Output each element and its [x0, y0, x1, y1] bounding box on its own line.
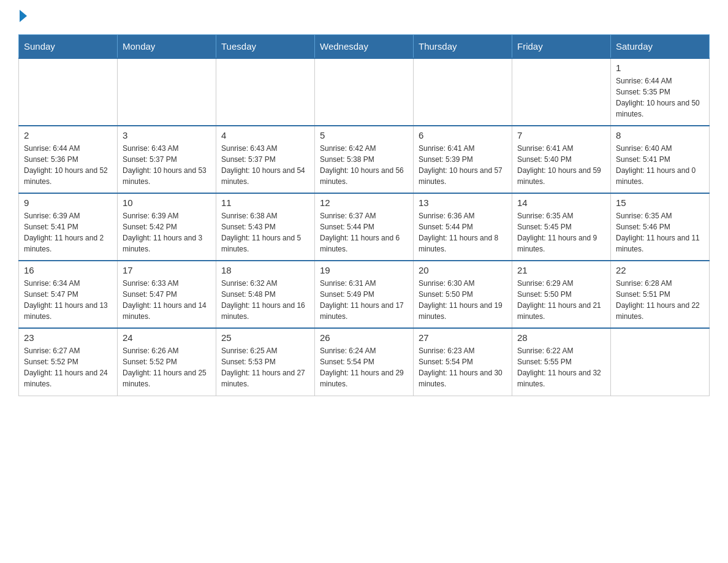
day-number: 15: [616, 197, 704, 208]
day-info: Sunrise: 6:41 AM Sunset: 5:39 PM Dayligh…: [419, 143, 507, 187]
calendar-cell: 12Sunrise: 6:37 AM Sunset: 5:44 PM Dayli…: [315, 193, 414, 261]
calendar-cell: 18Sunrise: 6:32 AM Sunset: 5:48 PM Dayli…: [216, 261, 315, 328]
day-info: Sunrise: 6:34 AM Sunset: 5:47 PM Dayligh…: [24, 278, 112, 322]
day-number: 19: [320, 265, 408, 275]
day-info: Sunrise: 6:35 AM Sunset: 5:46 PM Dayligh…: [616, 210, 704, 255]
day-number: 2: [24, 130, 112, 140]
calendar-cell: 19Sunrise: 6:31 AM Sunset: 5:49 PM Dayli…: [315, 261, 414, 328]
day-number: 21: [517, 265, 605, 275]
calendar-cell: [19, 58, 118, 126]
day-info: Sunrise: 6:38 AM Sunset: 5:43 PM Dayligh…: [221, 210, 309, 255]
day-number: 24: [123, 332, 211, 343]
day-info: Sunrise: 6:25 AM Sunset: 5:53 PM Dayligh…: [221, 345, 309, 389]
day-number: 16: [24, 265, 112, 275]
day-number: 6: [419, 130, 507, 140]
day-number: 10: [123, 197, 211, 208]
day-info: Sunrise: 6:44 AM Sunset: 5:35 PM Dayligh…: [616, 75, 704, 120]
calendar-week-row: 2Sunrise: 6:44 AM Sunset: 5:36 PM Daylig…: [19, 126, 710, 193]
day-info: Sunrise: 6:43 AM Sunset: 5:37 PM Dayligh…: [123, 143, 211, 187]
day-info: Sunrise: 6:36 AM Sunset: 5:44 PM Dayligh…: [419, 210, 507, 255]
calendar-cell: 24Sunrise: 6:26 AM Sunset: 5:52 PM Dayli…: [118, 328, 216, 396]
calendar-cell: 27Sunrise: 6:23 AM Sunset: 5:54 PM Dayli…: [414, 328, 512, 396]
day-number: 28: [517, 332, 605, 343]
calendar-cell: 4Sunrise: 6:43 AM Sunset: 5:37 PM Daylig…: [216, 126, 315, 193]
page-header: [18, 12, 710, 22]
calendar-cell: 5Sunrise: 6:42 AM Sunset: 5:38 PM Daylig…: [315, 126, 414, 193]
calendar-cell: 1Sunrise: 6:44 AM Sunset: 5:35 PM Daylig…: [611, 58, 710, 126]
calendar-cell: 23Sunrise: 6:27 AM Sunset: 5:52 PM Dayli…: [19, 328, 118, 396]
day-info: Sunrise: 6:23 AM Sunset: 5:54 PM Dayligh…: [419, 345, 507, 389]
day-of-week-header: Wednesday: [315, 35, 414, 59]
calendar-cell: 20Sunrise: 6:30 AM Sunset: 5:50 PM Dayli…: [414, 261, 512, 328]
day-number: 22: [616, 265, 704, 275]
calendar-cell: [512, 58, 611, 126]
calendar-cell: 6Sunrise: 6:41 AM Sunset: 5:39 PM Daylig…: [414, 126, 512, 193]
day-number: 3: [123, 130, 211, 140]
day-info: Sunrise: 6:31 AM Sunset: 5:49 PM Dayligh…: [320, 278, 408, 322]
day-info: Sunrise: 6:41 AM Sunset: 5:40 PM Dayligh…: [517, 143, 605, 187]
day-info: Sunrise: 6:33 AM Sunset: 5:47 PM Dayligh…: [123, 278, 211, 322]
calendar-cell: 13Sunrise: 6:36 AM Sunset: 5:44 PM Dayli…: [414, 193, 512, 261]
calendar-cell: 9Sunrise: 6:39 AM Sunset: 5:41 PM Daylig…: [19, 193, 118, 261]
calendar-cell: 21Sunrise: 6:29 AM Sunset: 5:50 PM Dayli…: [512, 261, 611, 328]
calendar-week-row: 23Sunrise: 6:27 AM Sunset: 5:52 PM Dayli…: [19, 328, 710, 396]
calendar-cell: 8Sunrise: 6:40 AM Sunset: 5:41 PM Daylig…: [611, 126, 710, 193]
logo: [18, 12, 27, 22]
day-info: Sunrise: 6:28 AM Sunset: 5:51 PM Dayligh…: [616, 278, 704, 322]
calendar-cell: 14Sunrise: 6:35 AM Sunset: 5:45 PM Dayli…: [512, 193, 611, 261]
day-number: 14: [517, 197, 605, 208]
day-number: 4: [221, 130, 309, 140]
day-number: 27: [419, 332, 507, 343]
day-info: Sunrise: 6:37 AM Sunset: 5:44 PM Dayligh…: [320, 210, 408, 255]
calendar-cell: [216, 58, 315, 126]
day-of-week-header: Sunday: [19, 35, 118, 59]
day-number: 18: [221, 265, 309, 275]
day-number: 1: [616, 63, 704, 73]
calendar-cell: 28Sunrise: 6:22 AM Sunset: 5:55 PM Dayli…: [512, 328, 611, 396]
day-of-week-header: Tuesday: [216, 35, 315, 59]
day-of-week-header: Thursday: [414, 35, 512, 59]
day-info: Sunrise: 6:39 AM Sunset: 5:42 PM Dayligh…: [123, 210, 211, 255]
day-info: Sunrise: 6:27 AM Sunset: 5:52 PM Dayligh…: [24, 345, 112, 389]
day-number: 9: [24, 197, 112, 208]
day-info: Sunrise: 6:43 AM Sunset: 5:37 PM Dayligh…: [221, 143, 309, 187]
day-info: Sunrise: 6:44 AM Sunset: 5:36 PM Dayligh…: [24, 143, 112, 187]
calendar-cell: 11Sunrise: 6:38 AM Sunset: 5:43 PM Dayli…: [216, 193, 315, 261]
day-of-week-header: Saturday: [611, 35, 710, 59]
calendar-cell: 26Sunrise: 6:24 AM Sunset: 5:54 PM Dayli…: [315, 328, 414, 396]
calendar-table: SundayMondayTuesdayWednesdayThursdayFrid…: [18, 34, 710, 396]
day-info: Sunrise: 6:42 AM Sunset: 5:38 PM Dayligh…: [320, 143, 408, 187]
calendar-cell: 10Sunrise: 6:39 AM Sunset: 5:42 PM Dayli…: [118, 193, 216, 261]
day-number: 26: [320, 332, 408, 343]
calendar-week-row: 16Sunrise: 6:34 AM Sunset: 5:47 PM Dayli…: [19, 261, 710, 328]
logo-arrow-icon: [20, 10, 27, 22]
day-number: 5: [320, 130, 408, 140]
day-number: 20: [419, 265, 507, 275]
day-number: 11: [221, 197, 309, 208]
calendar-week-row: 1Sunrise: 6:44 AM Sunset: 5:35 PM Daylig…: [19, 58, 710, 126]
day-number: 17: [123, 265, 211, 275]
day-number: 25: [221, 332, 309, 343]
calendar-cell: 2Sunrise: 6:44 AM Sunset: 5:36 PM Daylig…: [19, 126, 118, 193]
day-of-week-header: Friday: [512, 35, 611, 59]
day-info: Sunrise: 6:24 AM Sunset: 5:54 PM Dayligh…: [320, 345, 408, 389]
calendar-header-row: SundayMondayTuesdayWednesdayThursdayFrid…: [19, 35, 710, 59]
day-info: Sunrise: 6:35 AM Sunset: 5:45 PM Dayligh…: [517, 210, 605, 255]
calendar-cell: [315, 58, 414, 126]
day-number: 13: [419, 197, 507, 208]
day-info: Sunrise: 6:30 AM Sunset: 5:50 PM Dayligh…: [419, 278, 507, 322]
day-info: Sunrise: 6:32 AM Sunset: 5:48 PM Dayligh…: [221, 278, 309, 322]
calendar-cell: 7Sunrise: 6:41 AM Sunset: 5:40 PM Daylig…: [512, 126, 611, 193]
calendar-cell: 22Sunrise: 6:28 AM Sunset: 5:51 PM Dayli…: [611, 261, 710, 328]
calendar-cell: 25Sunrise: 6:25 AM Sunset: 5:53 PM Dayli…: [216, 328, 315, 396]
calendar-week-row: 9Sunrise: 6:39 AM Sunset: 5:41 PM Daylig…: [19, 193, 710, 261]
calendar-cell: 16Sunrise: 6:34 AM Sunset: 5:47 PM Dayli…: [19, 261, 118, 328]
day-info: Sunrise: 6:40 AM Sunset: 5:41 PM Dayligh…: [616, 143, 704, 187]
calendar-cell: 3Sunrise: 6:43 AM Sunset: 5:37 PM Daylig…: [118, 126, 216, 193]
day-number: 7: [517, 130, 605, 140]
calendar-cell: 15Sunrise: 6:35 AM Sunset: 5:46 PM Dayli…: [611, 193, 710, 261]
calendar-cell: 17Sunrise: 6:33 AM Sunset: 5:47 PM Dayli…: [118, 261, 216, 328]
day-number: 12: [320, 197, 408, 208]
day-of-week-header: Monday: [118, 35, 216, 59]
calendar-cell: [611, 328, 710, 396]
